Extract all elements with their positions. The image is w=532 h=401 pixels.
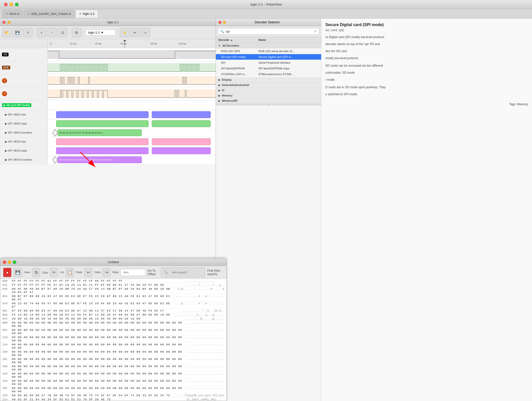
hex-bytes[interactable]: 00 00 00 00 00 00 00 00 00 00 00 00 00 0… (12, 372, 183, 378)
signal-row-decoder: ▶ SD card (SPI mode) (0, 100, 216, 110)
hex-bytes[interactable]: 00 00 00 00 00 67 7B 30 4B 79 5F 30 4E 7… (12, 394, 172, 397)
cat-arrow-ic: ▶ (218, 89, 220, 92)
hex-bytes[interactable]: 00 6F 00 40 00 B7 07 00 20 0B 20 3A A8 C… (12, 287, 172, 294)
decoder-panel-min[interactable] (223, 21, 226, 24)
redo-tool-icon: ↪ (105, 270, 108, 275)
decoder-item-sd-card[interactable]: SD card (SPI mode) Secure Digital card (… (216, 54, 321, 60)
goto-offset-label[interactable]: Go To Offset (148, 269, 159, 276)
minimize-button[interactable] (10, 3, 13, 6)
hex-bytes[interactable]: 00 00 00 00 00 00 00 00 00 00 00 00 00 0… (12, 336, 183, 342)
annotation-label-miso-bits[interactable]: ▶ SPI: MISO bits (0, 110, 48, 119)
hex-bytes[interactable]: FE 13 05 15 00 13 08 08 20 E3 12 65 FC B… (12, 313, 174, 316)
save-tool-button[interactable]: 💾 (13, 268, 22, 277)
tab-logic[interactable]: ⊗ logic-1-1 (75, 10, 98, 18)
search-input-wrapper[interactable]: 🔍 ✕ (218, 28, 319, 35)
hex-content[interactable]: 000 FF FF FF FF FF FF 01 FF FF FF FF FF … (0, 279, 226, 401)
toolbar-separator-2 (69, 29, 70, 36)
export-button[interactable]: ↗ (23, 28, 33, 37)
paste-tool-button[interactable]: 📋 (66, 268, 74, 277)
more-button[interactable]: » (141, 28, 150, 37)
annotation-label-mosi-data[interactable]: ▶ SPI: MOSI data (0, 146, 48, 155)
hex-bytes[interactable]: 49 63 5F 31 64 45 34 5F 63 61 52 52 79 5… (12, 398, 183, 401)
save-btn-group[interactable]: 💾 (13, 268, 22, 277)
hex-bytes[interactable]: 20 00 10 00 20 96 10 00 96 40 00 00 00 0… (12, 317, 183, 320)
search-clear-icon[interactable]: ✕ (314, 29, 317, 33)
close-button[interactable] (4, 3, 8, 6)
zoom-out-button[interactable]: − (47, 28, 57, 37)
decoder-label[interactable]: ▶ SD card (SPI mode) (2, 103, 31, 107)
decoder-item-st25[interactable]: ST25R39xx (SPI m... STMicroelectronics S… (216, 71, 321, 77)
zoom-in-button[interactable]: + (37, 28, 46, 37)
bottom-close-button[interactable] (3, 260, 6, 264)
hex-addr: 214 (2, 398, 10, 401)
hex-bytes[interactable]: FF FF FF FF FF FF 01 FF FF FF FF FF FF F… (12, 279, 183, 282)
bottom-max-button[interactable] (13, 260, 16, 264)
signal-label-decoder[interactable]: ▶ SD card (SPI mode) (0, 100, 48, 110)
hex-row: 214 49 63 5F 31 64 45 34 5F 63 61 52 52 … (0, 397, 226, 401)
copy-tool-button[interactable]: ⧉ (32, 268, 40, 277)
bottom-min-button[interactable] (8, 260, 11, 264)
redo-tool-button[interactable]: ↪ (102, 268, 110, 277)
hex-bytes[interactable]: 00 00 00 00 00 00 00 00 00 00 00 00 00 0… (12, 357, 183, 364)
category-ic[interactable]: ▶ IC (216, 88, 321, 93)
category-wireless[interactable]: ▶ Wireless/RF (216, 98, 321, 104)
hex-bytes[interactable]: 0B B7 07 08 00 20 83 A7 05 00 E3 8E 07 F… (12, 294, 172, 301)
left-panel-title: logic-1-1 (107, 21, 118, 24)
hex-row: 1DC 00 00 00 00 00 00 00 00 00 00 00 00 … (0, 386, 226, 393)
category-display[interactable]: ▶ Display (216, 77, 321, 82)
column-decoder[interactable]: Decoder ▲ (218, 38, 258, 41)
category-all-decoders[interactable]: ▼ All Decoders (216, 43, 321, 48)
hex-bytes[interactable]: 00 00 00 00 00 00 00 00 00 00 00 00 00 0… (12, 343, 183, 349)
annotation-label-miso-transfers[interactable]: ▶ SPI: MISO transfers (0, 128, 48, 137)
zoom-fit-button[interactable]: ⊡ (58, 28, 67, 37)
bottom-panel: Untitled ● 💾 Save ⧉ Copy ✂ Cut 📋 Paste ↩… (0, 258, 227, 401)
hex-bytes[interactable]: 97 93 08 00 00 83 A7 05 00 E3 8E 07 22 0… (12, 309, 177, 312)
open-folder-button[interactable]: 📂 (2, 28, 12, 37)
undo-tool-button[interactable]: ↩ (84, 268, 92, 277)
category-memory[interactable]: ▶ Memory (216, 93, 321, 98)
hex-row: 1C0 00 00 00 00 00 00 00 00 00 00 00 00 … (0, 379, 226, 386)
decoder-waveform (48, 100, 216, 110)
svg-rect-1 (48, 63, 216, 72)
decoder-panel-close[interactable] (218, 21, 221, 24)
left-panel-close[interactable] (3, 21, 6, 24)
hex-bytes[interactable]: 00 00 00 00 00 00 00 00 00 00 00 00 00 0… (12, 379, 183, 386)
probe-button[interactable]: ⚡ (120, 28, 129, 37)
annotation-label-miso-data[interactable]: ▶ SPI: MISO data (0, 119, 48, 128)
cut-tool-button[interactable]: ✂ (50, 268, 58, 277)
detail-desc-7: l mode. (325, 77, 528, 82)
hex-bytes[interactable]: 00 00 00 00 00 00 00 00 00 00 00 00 00 0… (12, 386, 183, 393)
save-label: Save (24, 271, 30, 274)
decoder-item-rgb-led[interactable]: RGB LED (SPI) RGB LED string decoder (S.… (216, 48, 321, 54)
maximize-button[interactable] (15, 3, 19, 6)
tab-done-sr[interactable]: ⊗ done.sr (2, 10, 23, 18)
device-selector[interactable]: logic-1-1 ▼ (85, 30, 115, 36)
decoder-expand-icon: ▶ (4, 104, 6, 107)
find-label[interactable]: Find (Hex search) (207, 269, 223, 276)
search-input[interactable] (226, 30, 312, 33)
miso-bits-wave (48, 110, 216, 119)
decoder-item-spi-flash[interactable]: SPI flash/EEPROM SPI flash/EEPROM chips (216, 66, 321, 71)
annotation-label-mosi-transfers[interactable]: ▶ SPI: MOSI transfers (0, 155, 48, 164)
hex-search-button[interactable]: 🔍 (161, 267, 205, 277)
hex-bytes[interactable]: FF FF FF FF FF FF FE 37 01 10 20 13 01 C… (12, 283, 183, 286)
hex-bytes[interactable]: 96 00 00 00 00 00 00 00 00 00 00 00 00 0… (12, 321, 183, 328)
decoder-item-spi[interactable]: SPI Serial Peripheral Interface (216, 60, 321, 66)
left-panel-min[interactable] (8, 21, 11, 24)
hex-bytes[interactable]: 00 00 00 00 00 00 00 00 00 00 00 00 00 0… (12, 350, 183, 357)
copy-label: Copy (42, 271, 48, 274)
hex-bytes[interactable]: 00 13 03 70 00 83 A7 05 00 E3 8E 07 FE 2… (12, 302, 172, 308)
category-embedded[interactable]: ▶ Embedded/industrial (216, 82, 321, 88)
add-decoder-button[interactable]: ⚙ (72, 28, 81, 37)
hex-input[interactable] (120, 269, 146, 276)
record-button[interactable]: ● (3, 268, 11, 277)
tab-data-transfer[interactable]: ⊗ data_transfer_start_snippet.sr (24, 10, 75, 18)
hex-ascii: .....flag{0K_you_goT_th3_b4s (174, 394, 224, 397)
clk-badge: CLK (2, 66, 10, 69)
annotation-label-mosi-bits[interactable]: ▶ SPI: MOSI bits (0, 137, 48, 146)
pencil-button[interactable]: ✏ (130, 28, 140, 37)
hex-bytes[interactable]: 00 00 00 00 00 00 00 00 00 00 00 00 00 0… (12, 328, 183, 335)
hex-search-input[interactable] (169, 269, 202, 276)
save-button[interactable]: 💾 (13, 28, 22, 37)
hex-bytes[interactable]: 00 00 00 00 00 00 00 00 00 00 00 00 00 0… (12, 365, 183, 371)
